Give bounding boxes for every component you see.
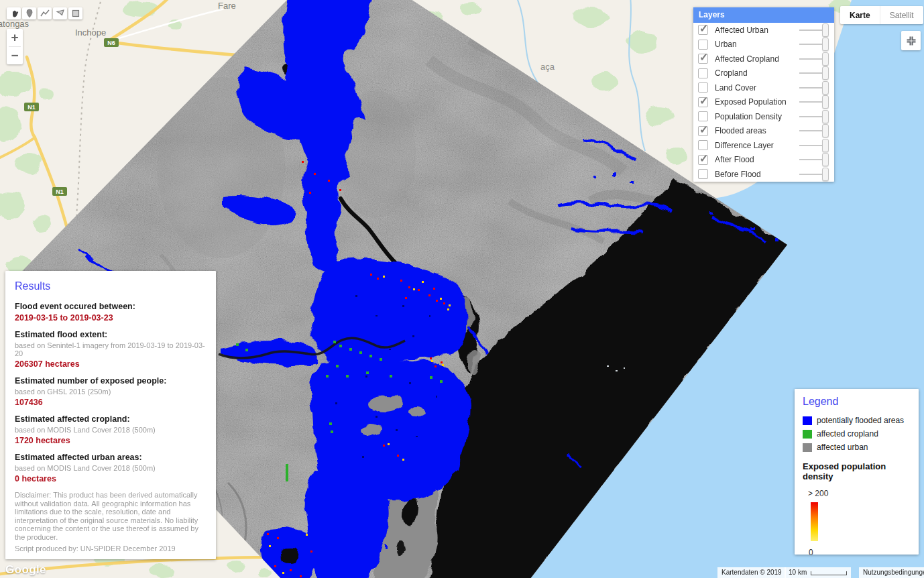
place-marker-icon [25,9,34,18]
layer-label: Flooded areas [715,126,799,135]
label-inchope: Inchope [75,27,106,38]
results-panel: Results Flood event occured between: 201… [5,271,216,559]
layer-checkbox[interactable] [698,97,708,107]
scale-label: 10 km [789,567,807,578]
result-heading: Estimated flood extent: [15,330,207,339]
layer-row-land-cover: Land Cover [693,80,834,95]
layer-opacity-slider[interactable] [799,81,829,95]
layer-label: Difference Layer [715,141,799,150]
layer-opacity-slider[interactable] [799,153,829,166]
result-heading: Flood event occured between: [15,302,207,311]
map-type-control: Karte Satellit [840,6,923,24]
drawing-toolbar [7,7,82,19]
layer-row-after-flood: After Flood [693,153,834,168]
layer-row-cropland: Cropland [693,66,834,81]
legend-panel: Legend potentially flooded areas affecte… [795,389,919,555]
label-fragment: aça [540,62,555,72]
layer-checkbox[interactable] [698,82,708,93]
layers-panel: Layers Affected Urban Urban Affected Cro… [693,7,834,182]
layer-row-before-flood: Before Flood [693,167,834,182]
pan-hand-icon [9,9,19,18]
layer-checkbox[interactable] [698,68,708,78]
polygon-icon [56,9,65,18]
result-note: based on MODIS Land Cover 2018 (500m) [15,426,207,434]
layer-checkbox[interactable] [698,25,708,35]
legend-density-min: 0 [809,548,911,557]
draw-rectangle-button[interactable] [68,7,82,19]
shield-n1-a: N1 [27,104,36,111]
result-note: based on Senintel-1 imagery from 2019-03… [15,341,207,357]
result-heading: Estimated affected urban areas: [15,453,207,462]
layer-checkbox[interactable] [698,126,708,136]
layer-checkbox[interactable] [698,111,708,121]
layer-checkbox[interactable] [698,54,708,64]
affected-cropland-swatch [803,430,812,439]
layer-opacity-slider[interactable] [799,38,829,51]
layers-panel-title: Layers [693,7,834,23]
fullscreen-icon [906,36,917,46]
legend-item-urban: affected urban [803,443,911,452]
zoom-control: + − [7,29,23,64]
pan-hand-button[interactable] [7,7,21,19]
layer-label: Exposed Population [715,97,799,107]
layer-checkbox[interactable] [698,169,708,179]
layer-label: Before Flood [715,170,799,179]
result-value: 1720 hectares [15,436,207,445]
scale-bar [811,571,847,575]
shield-n6: N6 [107,40,115,46]
layer-label: Affected Urban [715,25,799,35]
scale-control: 10 km [785,567,851,578]
layer-label: Cropland [715,68,799,78]
density-gradient-bar [811,502,818,541]
legend-item-label: affected cropland [817,429,878,439]
result-heading: Estimated affected cropland: [15,414,207,424]
layer-label: Affected Cropland [715,54,799,64]
result-section-flood-event: Flood event occured between: 2019-03-15 … [15,302,207,323]
legend-item-label: affected urban [817,443,868,452]
layer-opacity-slider[interactable] [799,66,829,80]
zoom-in-button[interactable]: + [7,29,23,46]
result-section-flood-extent: Estimated flood extent: based on Seninte… [15,330,207,369]
legend-item-flooded: potentially flooded areas [803,416,911,425]
zoom-out-button[interactable]: − [7,47,23,64]
result-value: 2019-03-15 to 2019-03-23 [15,313,207,323]
result-value: 206307 hectares [15,359,207,369]
flooded-areas-swatch [803,416,812,425]
result-note: based on GHSL 2015 (250m) [15,388,207,396]
result-section-affected-cropland: Estimated affected cropland: based on MO… [15,414,207,445]
results-title: Results [15,280,207,292]
google-logo[interactable]: Google [5,563,46,577]
result-section-exposed-people: Estimated number of exposed people: base… [15,376,207,407]
shield-n1-b: N1 [56,188,64,195]
layer-label: After Flood [715,155,799,164]
terms-link[interactable]: Nutzungsbedingungen [859,567,924,578]
layer-opacity-slider[interactable] [799,23,829,37]
layer-row-exposed-population: Exposed Population [693,95,834,110]
layer-checkbox[interactable] [698,155,708,165]
draw-polyline-button[interactable] [38,7,52,19]
result-value: 0 hectares [15,474,207,483]
place-marker-button[interactable] [22,7,36,19]
result-heading: Estimated number of exposed people: [15,376,207,386]
layer-checkbox[interactable] [698,40,708,50]
map-type-satellit[interactable]: Satellit [880,6,923,24]
label-fare: Fare [218,1,236,11]
layer-opacity-slider[interactable] [799,139,829,152]
layer-opacity-slider[interactable] [799,52,829,66]
legend-item-cropland: affected cropland [803,429,911,439]
layer-opacity-slider[interactable] [799,110,829,123]
result-value: 107436 [15,398,207,407]
layer-label: Urban [715,40,799,49]
result-note: based on MODIS Land Cover 2018 (500m) [15,464,207,472]
draw-polygon-button[interactable] [53,7,67,19]
map-type-karte[interactable]: Karte [840,6,880,24]
layer-opacity-slider[interactable] [799,124,829,137]
layer-opacity-slider[interactable] [799,168,829,181]
layer-checkbox[interactable] [698,140,708,150]
fullscreen-button[interactable] [901,31,921,50]
legend-density-title: Exposed population density [803,461,911,481]
legend-density-max: > 200 [808,489,911,498]
layer-opacity-slider[interactable] [799,95,829,109]
layer-row-flooded-areas: Flooded areas [693,124,834,139]
rectangle-icon [71,9,80,18]
